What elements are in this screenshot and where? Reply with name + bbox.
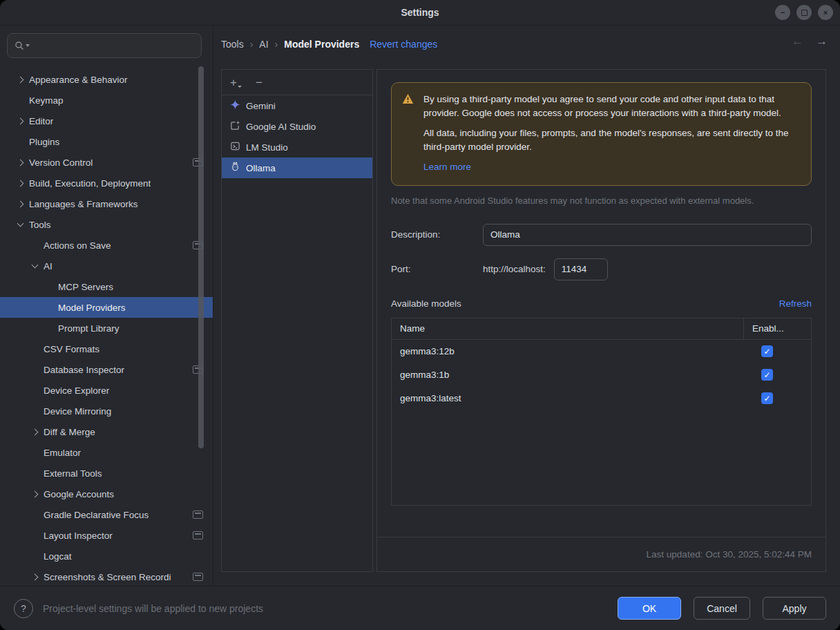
sidebar-item-plugins[interactable]: Plugins — [0, 131, 213, 152]
chevron-down-icon[interactable] — [26, 265, 44, 267]
model-enabled-checkbox[interactable] — [761, 369, 773, 381]
sidebar-item-external-tools[interactable]: External Tools — [0, 463, 213, 484]
sidebar-item-prompt-library[interactable]: Prompt Library — [0, 318, 213, 338]
sidebar-item-emulator[interactable]: Emulator — [0, 442, 213, 463]
models-table-header: Name Enabl... — [392, 318, 811, 340]
sidebar-item-label: MCP Servers — [58, 282, 113, 292]
sidebar-item-label: Diff & Merge — [44, 427, 95, 437]
port-input[interactable] — [554, 258, 608, 280]
table-row[interactable]: gemma3:latest — [392, 387, 811, 410]
learn-more-link[interactable]: Learn more — [423, 160, 471, 174]
sidebar-item-device-explorer[interactable]: Device Explorer — [0, 380, 213, 401]
close-button[interactable]: × — [818, 5, 833, 20]
provider-item-label: Ollama — [246, 163, 276, 173]
providers-panel: + − — [221, 69, 373, 572]
model-enabled-checkbox[interactable] — [761, 345, 773, 357]
breadcrumb-separator: › — [250, 39, 254, 50]
provider-item-ollama[interactable]: Ollama — [222, 158, 372, 178]
minus-icon: − — [256, 77, 262, 88]
model-name: gemma3:latest — [392, 393, 743, 403]
titlebar: Settings − × — [0, 0, 840, 26]
sidebar-item-gradle-declarative-focus[interactable]: Gradle Declarative Focus — [0, 504, 213, 525]
breadcrumb-separator: › — [275, 39, 278, 50]
warning-paragraph-1: By using a third-party model you agree t… — [423, 93, 799, 120]
available-models-label: Available models — [391, 298, 461, 309]
search-history-arrow-icon — [26, 44, 30, 47]
sidebar-item-model-providers[interactable]: Model Providers — [0, 297, 213, 318]
sidebar-item-label: Plugins — [29, 137, 59, 147]
refresh-link[interactable]: Refresh — [779, 298, 812, 309]
breadcrumb-model-providers: Model Providers — [284, 39, 359, 50]
sidebar-item-screenshots-screen-recording[interactable]: Screenshots & Screen Recordi — [0, 566, 213, 586]
description-input[interactable] — [483, 224, 812, 246]
breadcrumb-ai[interactable]: AI — [259, 39, 268, 50]
sidebar-item-label: External Tools — [44, 468, 102, 479]
sidebar-item-languages-frameworks[interactable]: Languages & Frameworks — [0, 193, 213, 214]
sidebar-item-layout-inspector[interactable]: Layout Inspector — [0, 525, 213, 546]
body-area: Appearance & Behavior Keymap Editor Plug… — [0, 25, 840, 586]
chevron-right-icon[interactable] — [11, 202, 29, 207]
model-name: gemma3:12b — [392, 346, 743, 356]
minimize-button[interactable]: − — [775, 5, 790, 20]
sidebar-item-mcp-servers[interactable]: MCP Servers — [0, 276, 213, 297]
search-input[interactable] — [32, 40, 194, 52]
ok-button[interactable]: OK — [618, 597, 681, 620]
screen-settings-icon — [193, 531, 203, 540]
cancel-button[interactable]: Cancel — [694, 597, 750, 620]
ollama-icon — [230, 162, 240, 174]
sidebar-item-appearance-behavior[interactable]: Appearance & Behavior — [0, 69, 213, 90]
chevron-right-icon[interactable] — [11, 119, 29, 124]
column-header-name: Name — [392, 323, 743, 334]
chevron-right-icon[interactable] — [26, 575, 44, 580]
sidebar-item-database-inspector[interactable]: Database Inspector — [0, 359, 213, 380]
sidebar-scrollbar[interactable] — [198, 66, 204, 448]
settings-window: Settings − × Appearance & Be — [0, 0, 840, 630]
chevron-right-icon[interactable] — [11, 77, 29, 82]
back-arrow-icon[interactable]: ← — [792, 35, 803, 48]
remove-provider-button[interactable]: − — [256, 77, 262, 88]
maximize-button[interactable] — [796, 5, 812, 20]
sidebar-item-label: Keymap — [29, 95, 64, 106]
settings-search[interactable] — [7, 33, 202, 58]
chevron-right-icon[interactable] — [11, 181, 29, 186]
sidebar-item-ai[interactable]: AI — [0, 256, 213, 276]
provider-settings-panel: By using a third-party model you agree t… — [376, 69, 826, 572]
provider-item-lm-studio[interactable]: LM Studio — [222, 137, 372, 158]
last-updated-text: Last updated: Oct 30, 2025, 5:02:44 PM — [647, 549, 812, 560]
help-button[interactable]: ? — [14, 599, 33, 618]
description-row: Description: — [391, 224, 812, 246]
add-provider-button[interactable]: + — [230, 77, 242, 88]
sidebar-item-build-execution-deployment[interactable]: Build, Execution, Deployment — [0, 173, 213, 193]
sidebar-item-csv-formats[interactable]: CSV Formats — [0, 338, 213, 359]
sidebar-item-device-mirroring[interactable]: Device Mirroring — [0, 401, 213, 421]
sidebar-item-tools[interactable]: Tools — [0, 214, 213, 235]
dialog-buttons: OK Cancel Apply — [618, 597, 826, 620]
sidebar-item-google-accounts[interactable]: Google Accounts — [0, 484, 213, 504]
model-enabled-checkbox[interactable] — [761, 392, 773, 404]
chevron-right-icon[interactable] — [26, 492, 44, 497]
sidebar-item-label: Model Providers — [58, 303, 126, 313]
add-dropdown-arrow-icon — [238, 86, 242, 88]
provider-item-gemini[interactable]: Gemini — [222, 95, 372, 116]
sidebar-item-keymap[interactable]: Keymap — [0, 90, 213, 111]
chevron-right-icon[interactable] — [26, 430, 44, 435]
window-title: Settings — [401, 7, 439, 18]
sidebar-item-diff-merge[interactable]: Diff & Merge — [0, 421, 213, 442]
apply-button[interactable]: Apply — [763, 597, 826, 620]
breadcrumb-tools[interactable]: Tools — [221, 39, 244, 50]
sidebar-item-version-control[interactable]: Version Control — [0, 152, 213, 173]
chevron-down-icon[interactable] — [11, 223, 29, 226]
forward-arrow-icon[interactable]: → — [816, 35, 828, 48]
sidebar-item-logcat[interactable]: Logcat — [0, 546, 213, 566]
settings-sidebar: Appearance & Behavior Keymap Editor Plug… — [0, 25, 213, 586]
table-row[interactable]: gemma3:12b — [392, 340, 811, 363]
chevron-right-icon[interactable] — [11, 160, 29, 165]
model-name: gemma3:1b — [392, 370, 743, 380]
provider-item-google-ai-studio[interactable]: Google AI Studio — [222, 116, 372, 137]
sidebar-item-actions-on-save[interactable]: Actions on Save — [0, 235, 213, 256]
plus-icon: + — [230, 77, 237, 88]
sidebar-item-label: Editor — [29, 116, 53, 126]
sidebar-item-editor[interactable]: Editor — [0, 111, 213, 131]
table-row[interactable]: gemma3:1b — [392, 363, 811, 387]
revert-changes-link[interactable]: Revert changes — [370, 39, 437, 50]
